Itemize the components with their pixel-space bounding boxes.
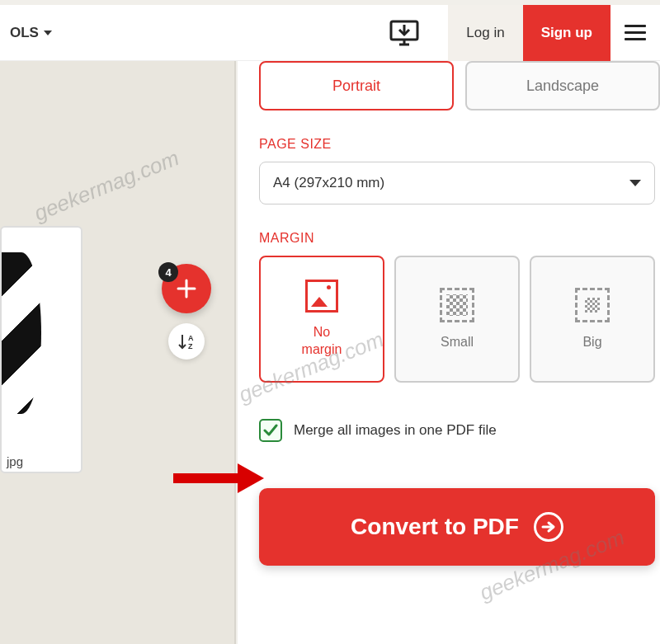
margin-none-label-2: margin xyxy=(302,342,342,356)
margin-small-label: Small xyxy=(441,334,474,351)
convert-to-pdf-button[interactable]: Convert to PDF xyxy=(259,488,655,566)
orientation-portrait-label: Portrait xyxy=(332,78,380,95)
monitor-download-icon xyxy=(389,20,419,46)
merge-checkbox[interactable] xyxy=(259,419,282,442)
page-size-select[interactable]: A4 (297x210 mm) xyxy=(259,162,655,204)
thumbnail-filename: jpg xyxy=(7,454,23,468)
margin-big-icon xyxy=(575,288,610,322)
desktop-download-button[interactable] xyxy=(385,14,423,52)
hamburger-icon xyxy=(625,25,646,40)
margin-small-icon xyxy=(440,288,474,322)
signup-button[interactable]: Sign up xyxy=(523,5,610,61)
margin-big-button[interactable]: Big xyxy=(530,256,655,383)
page-size-value: A4 (297x210 mm) xyxy=(273,175,384,191)
tools-dropdown[interactable]: OLS xyxy=(0,25,62,41)
merge-label: Merge all images in one PDF file xyxy=(294,422,497,439)
svg-text:A: A xyxy=(188,334,194,342)
plus-icon xyxy=(175,277,198,300)
chevron-down-icon xyxy=(629,180,641,186)
page-size-title: PAGE SIZE xyxy=(259,137,660,152)
thumbnail-preview xyxy=(2,252,41,414)
file-list-panel: jpg 4 A Z xyxy=(0,61,236,644)
orientation-landscape-button[interactable]: Landscape xyxy=(465,61,660,110)
svg-text:Z: Z xyxy=(188,342,193,350)
convert-label: Convert to PDF xyxy=(351,514,519,540)
top-navbar: OLS Log in Sign up xyxy=(0,5,660,61)
orientation-landscape-label: Landscape xyxy=(526,78,599,95)
check-icon xyxy=(263,423,278,438)
sort-az-button[interactable]: A Z xyxy=(168,323,205,360)
margin-big-label: Big xyxy=(582,334,601,351)
image-thumbnail-card[interactable]: jpg xyxy=(0,226,82,473)
hamburger-menu-button[interactable] xyxy=(610,5,660,61)
margin-title: MARGIN xyxy=(259,231,660,246)
login-button[interactable]: Log in xyxy=(448,5,522,61)
orientation-portrait-button[interactable]: Portrait xyxy=(259,61,454,110)
arrow-right-circle-icon xyxy=(534,512,563,542)
sort-az-icon: A Z xyxy=(177,332,196,350)
margin-none-label-1: No xyxy=(314,325,330,339)
chevron-down-icon xyxy=(44,31,52,35)
tools-label: OLS xyxy=(10,25,39,41)
pdf-options-panel: Portrait Landscape PAGE SIZE A4 (297x210… xyxy=(238,61,660,644)
image-fill-icon xyxy=(305,280,338,313)
annotation-arrow-icon xyxy=(173,458,264,498)
svg-marker-11 xyxy=(238,463,264,493)
margin-small-button[interactable]: Small xyxy=(394,256,520,383)
file-count-badge: 4 xyxy=(158,262,178,282)
margin-none-button[interactable]: No margin xyxy=(259,256,384,383)
